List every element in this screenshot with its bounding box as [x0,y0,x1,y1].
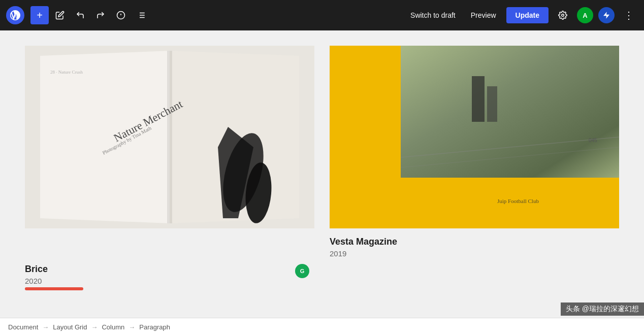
edit-button[interactable] [51,6,69,24]
breadcrumb-document[interactable]: Document [8,323,38,331]
red-underline [25,287,83,290]
svg-text:28 · Nature Crush: 28 · Nature Crush [50,70,83,75]
list-view-button[interactable] [132,6,150,24]
svg-rect-30 [487,86,497,122]
card-vesta-year: 2019 [330,249,619,258]
grammarly-icon: G [295,264,309,278]
main-content: Nature Merchant Photography by Tina Math… [0,30,644,318]
redo-button[interactable] [91,6,110,24]
svg-rect-28 [401,46,619,178]
card-vesta-title: Vesta Magazine [330,237,619,247]
breadcrumb-column[interactable]: Column [102,323,124,331]
breadcrumb-sep-1: → [42,323,49,331]
svg-marker-11 [40,51,170,223]
update-button[interactable]: Update [506,7,549,23]
svg-rect-29 [472,76,485,122]
watermark: 头条 @瑞拉的深邃幻想 [561,303,644,316]
breadcrumb-layout-grid[interactable]: Layout Grid [53,323,87,331]
breadcrumb-sep-2: → [91,323,98,331]
svg-rect-13 [167,51,172,223]
card-brice-image[interactable]: Nature Merchant Photography by Tina Math… [25,46,314,228]
info-button[interactable] [112,6,130,24]
settings-button[interactable] [554,6,572,24]
svg-point-9 [562,14,564,17]
breadcrumb-sep-3: → [128,323,135,331]
more-options-button[interactable]: ⋮ [620,6,638,24]
jetpack-icon[interactable] [598,7,615,23]
card-brice-title: Brice [25,264,314,275]
card-vesta: 045 Juip Football Club Vesta Magazine 20… [330,46,619,258]
add-block-button[interactable]: + [30,6,49,24]
breadcrumb-bar: Document → Layout Grid → Column → Paragr… [0,318,644,336]
avatar[interactable]: A [577,7,593,23]
card-vesta-image[interactable]: 045 Juip Football Club [330,46,619,228]
svg-rect-36 [330,46,401,228]
toolbar-right: Switch to draft Preview Update A ⋮ [405,6,638,24]
switch-to-draft-button[interactable]: Switch to draft [405,8,461,22]
svg-text:045: 045 [589,138,597,143]
undo-button[interactable] [71,6,89,24]
card-brice-year: 2020 [25,277,314,285]
preview-button[interactable]: Preview [466,8,501,22]
svg-text:Juip Football Club: Juip Football Club [497,198,539,204]
card-brice: Nature Merchant Photography by Tina Math… [25,46,314,290]
wordpress-logo[interactable] [6,6,24,24]
top-toolbar: + [0,0,644,30]
breadcrumb-paragraph[interactable]: Paragraph [139,323,170,331]
